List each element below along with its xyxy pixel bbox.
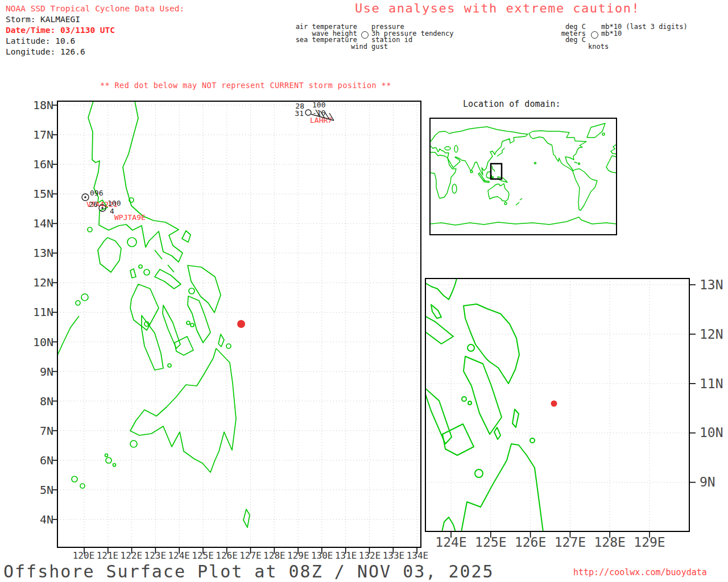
wpjta9e-pressure: 100 — [107, 199, 121, 207]
zoom-map — [425, 278, 689, 531]
coastline-samar-zoom — [464, 304, 519, 384]
tick-label: 132E — [358, 550, 381, 561]
coastline-misamis-zoom — [442, 517, 456, 532]
coastline-romblon — [139, 265, 142, 268]
coastline-camotes — [187, 321, 190, 325]
station-calm-dot — [84, 196, 86, 198]
coastline-burias — [155, 250, 162, 259]
coastline-siargao-zoom — [530, 438, 535, 443]
coastline-ticao — [168, 265, 174, 272]
tick-label: 8N — [19, 396, 53, 407]
tick-label: 5N — [19, 484, 53, 496]
tick-label: 120E — [72, 550, 95, 561]
tick-label: 18N — [19, 99, 53, 111]
coastline-leyte — [188, 296, 210, 343]
tick-label: 17N — [19, 129, 53, 140]
coastline-samar — [188, 265, 221, 313]
source-url[interactable]: http://coolwx.com/buoydata — [573, 567, 707, 577]
station-circle — [305, 110, 311, 115]
coastline-camiguin-zoom — [475, 469, 483, 477]
coastline-tablas — [130, 269, 136, 278]
zoom-map-y-axis: 13N12N11N10N9N — [700, 278, 728, 489]
tick-label: 128E — [263, 550, 286, 561]
coastline-islet-south — [105, 454, 108, 457]
coastline-black-sea — [445, 147, 450, 150]
caution-title: Use analyses with extreme caution! — [355, 1, 640, 15]
coastline-culion — [76, 301, 80, 305]
coastline-west-africa — [606, 156, 617, 173]
tick-label: 11N — [700, 377, 728, 390]
coastline-new-zealand — [516, 198, 522, 205]
coastline-eurasia — [430, 127, 528, 175]
coastline-masbate — [155, 269, 181, 289]
units-sea-temperature: deg C — [540, 37, 586, 44]
coastline-sibutu — [80, 484, 85, 488]
tick-label: 10N — [19, 336, 53, 348]
coastline-talaud — [243, 509, 250, 527]
storm-position-dot — [237, 320, 245, 328]
coastline-leyte-zoom — [464, 356, 502, 434]
units-wind-gust: knots — [588, 44, 609, 51]
coastline-bohol — [175, 336, 193, 355]
coastline-mindoro — [98, 238, 121, 272]
wpjta9e-air-temp: 26 — [89, 200, 98, 209]
coastline-lubang — [88, 227, 92, 232]
legend-sea-temperature: sea temperature — [283, 37, 357, 44]
tick-label: 13N — [19, 247, 53, 259]
tick-label: 123E — [144, 550, 167, 561]
coastline-marinduque — [127, 238, 136, 247]
coastline-panaon-zoom — [494, 427, 500, 439]
units-legend-right: mb*10 (last 3 digits) mb*10 — [601, 24, 688, 37]
storm-name: Storm: KALMAEGI — [6, 14, 184, 25]
wpjta9e-station-id: WPJTA9E — [114, 213, 146, 222]
coastline-sumatra — [478, 173, 485, 181]
coastline-caspian — [454, 146, 458, 152]
tick-label: 13N — [700, 278, 728, 292]
tick-label: 126E — [512, 535, 549, 550]
main-map-coastlines — [57, 101, 250, 527]
coastline-biliran — [189, 288, 195, 294]
coastline-hispaniola — [578, 163, 580, 165]
legend-wind-gust: wind gust — [351, 44, 388, 51]
units-circle-icon — [591, 31, 598, 39]
coastline-ticao-zoom — [431, 305, 441, 318]
tick-label: 128E — [592, 535, 628, 550]
tick-label: 129E — [631, 535, 668, 550]
tick-label: 130E — [311, 550, 333, 561]
coastline-java — [484, 181, 489, 182]
tick-label: 127E — [552, 535, 588, 550]
tick-label: 124E — [168, 550, 191, 561]
coastline-iberia — [611, 144, 617, 154]
tick-label: 9N — [19, 366, 53, 377]
coastline-greenland — [587, 123, 605, 138]
coastline-cuba — [574, 162, 577, 163]
storm-longitude: Longitude: 126.6 — [6, 47, 184, 57]
coastline-tawitawi — [72, 476, 77, 482]
tick-label: 15N — [19, 188, 53, 199]
wpjta9e-tendency: 4 — [110, 207, 114, 215]
storm-position-dot-zoom — [551, 401, 557, 407]
tick-label: 122E — [120, 550, 143, 561]
tick-label: 14N — [19, 218, 53, 229]
lahr7-wave-height: 31 — [295, 109, 304, 118]
tick-label: 124E — [433, 535, 469, 550]
world-map-inset — [430, 118, 617, 235]
main-map-y-axis: 18N17N16N15N14N13N12N11N10N9N8N7N6N5N4N — [19, 99, 53, 525]
tick-label: 134E — [406, 550, 429, 561]
station-lahr7: 28 100 31 -10 LAHR7 — [295, 101, 334, 124]
station-calm-dot — [101, 207, 104, 209]
domain-inset-title: Location of domain: — [463, 99, 561, 109]
coastline-sibuyan — [144, 269, 150, 275]
coastline-antarctica — [430, 217, 617, 225]
tick-label: 131E — [334, 550, 357, 561]
tick-label: 10N — [700, 426, 728, 439]
tick-label: 133E — [382, 550, 405, 561]
station-model-legend-right: pressure 3h pressure tendency station id — [371, 24, 454, 44]
data-source-line: NOAA SSD Tropical Cyclone Data Used: — [6, 3, 184, 14]
tick-label: 6N — [19, 455, 53, 466]
tick-label: 7N — [19, 425, 53, 436]
storm-info-block: NOAA SSD Tropical Cyclone Data Used: Sto… — [6, 3, 184, 57]
coastline-madagascar — [452, 184, 457, 193]
station-model-legend-left: air temperature wave height sea temperat… — [283, 24, 357, 44]
offshore-surface-plot-page: NOAA SSD Tropical Cyclone Data Used: Sto… — [0, 0, 728, 582]
